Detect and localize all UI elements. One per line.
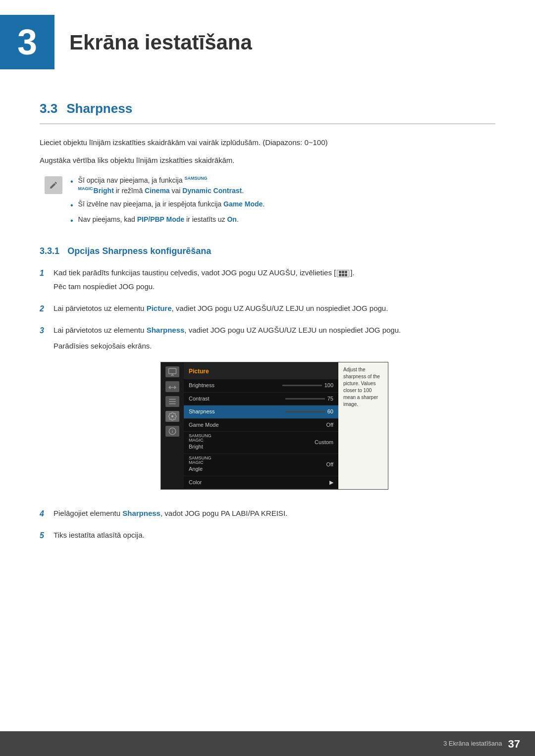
menu-row-contrast: Contrast 75 bbox=[184, 393, 338, 406]
menu-header-text: Picture bbox=[189, 368, 209, 375]
sharpness-label: Sharpness bbox=[147, 326, 185, 334]
color-value: ▶ bbox=[329, 478, 333, 487]
magicbright-value: Custom bbox=[315, 438, 333, 447]
note-item-3: • Nav pieejams, kad PIP/PBP Mode ir iest… bbox=[70, 214, 495, 227]
footer-text: 3 Ekrāna iestatīšana bbox=[443, 739, 502, 749]
subsection-number: 3.3.1 bbox=[40, 246, 59, 256]
chapter-number: 3 bbox=[0, 15, 54, 69]
menu-icon-4 bbox=[165, 411, 179, 422]
menu-row-magicangle: SAMSUNGMAGICAngle Off bbox=[184, 454, 338, 476]
subsection-title: Opcijas Sharpness konfigurēšana bbox=[67, 246, 211, 256]
note-text-2: Šī izvēlne nav pieejama, ja ir iespējota… bbox=[78, 199, 265, 209]
chapter-header: 3 Ekrāna iestatīšana bbox=[0, 0, 535, 84]
step-number-3: 3 bbox=[40, 325, 54, 337]
magicbright-label: SAMSUNGMAGICBright bbox=[189, 434, 212, 452]
intro-text-1: Lieciet objektu līnijām izskatīties skai… bbox=[40, 137, 495, 149]
bullet-1: • bbox=[70, 176, 73, 188]
step-content-3: Lai pārvietotos uz elementu Sharpness, v… bbox=[54, 324, 495, 500]
menu-icon-1 bbox=[165, 366, 179, 377]
gamemode-label: Game Mode bbox=[189, 421, 219, 430]
menu-row-brightness: Brightness 100 bbox=[184, 379, 338, 393]
step-number-1: 1 bbox=[40, 267, 54, 279]
sharpness-value: 60 bbox=[285, 407, 333, 416]
menu-icon-2 bbox=[165, 381, 179, 392]
contrast-bar bbox=[285, 398, 325, 400]
step-number-5: 5 bbox=[40, 530, 54, 542]
menu-icon-5 bbox=[165, 426, 179, 437]
step-2: 2 Lai pārvietotos uz elementu Picture, v… bbox=[40, 302, 495, 316]
brightness-label: Brightness bbox=[189, 381, 214, 390]
svg-rect-2 bbox=[169, 401, 176, 402]
svg-rect-0 bbox=[169, 368, 176, 374]
section-heading: 3.3 Sharpness bbox=[40, 99, 495, 124]
step-2-text: Lai pārvietotos uz elementu Picture, vad… bbox=[54, 302, 495, 314]
menu-row-gamemode: Game Mode Off bbox=[184, 419, 338, 432]
brightness-bar bbox=[282, 385, 322, 386]
sharpness-label-4: Sharpness bbox=[122, 509, 160, 517]
menu-row-magicbright: SAMSUNGMAGICBright Custom bbox=[184, 432, 338, 454]
sharpness-bar bbox=[285, 411, 325, 412]
color-label: Color bbox=[189, 478, 202, 487]
step-1-text2: Pēc tam nospiediet JOG pogu. bbox=[54, 281, 495, 293]
cinema-label: Cinema bbox=[145, 187, 170, 195]
contrast-value: 75 bbox=[285, 395, 333, 403]
step-content-2: Lai pārvietotos uz elementu Picture, vad… bbox=[54, 302, 495, 316]
step-4: 4 Pielāgojiet elementu Sharpness, vadot … bbox=[40, 507, 495, 521]
page-footer: 3 Ekrāna iestatīšana 37 bbox=[0, 731, 535, 756]
section-number: 3.3 bbox=[40, 99, 57, 118]
note-content: • Šī opcija nav pieejama, ja funkcija SA… bbox=[70, 175, 495, 230]
note-box: • Šī opcija nav pieejama, ja funkcija SA… bbox=[40, 175, 495, 230]
page-wrapper: 3 Ekrāna iestatīšana 3.3 Sharpness Lieci… bbox=[0, 0, 535, 756]
step-5: 5 Tiks iestatīta atlasītā opcija. bbox=[40, 529, 495, 543]
step-content-5: Tiks iestatīta atlasītā opcija. bbox=[54, 529, 495, 543]
step-5-text: Tiks iestatīta atlasītā opcija. bbox=[54, 529, 495, 541]
note-item-1: • Šī opcija nav pieejama, ja funkcija SA… bbox=[70, 175, 495, 196]
menu-main: Picture Brightness 100 Contrast bbox=[184, 362, 338, 489]
note-item-2: • Šī izvēlne nav pieejama, ja ir iespējo… bbox=[70, 199, 495, 211]
magicangle-label: SAMSUNGMAGICAngle bbox=[189, 456, 212, 474]
footer-page-number: 37 bbox=[508, 736, 520, 752]
grid-icon bbox=[337, 270, 349, 277]
note-text-3: Nav pieejams, kad PIP/PBP Mode ir iestat… bbox=[78, 214, 239, 225]
step-content-1: Kad tiek parādīts funkcijas taustiņu ceļ… bbox=[54, 267, 495, 295]
on-label: On bbox=[227, 215, 236, 223]
step-3: 3 Lai pārvietotos uz elementu Sharpness,… bbox=[40, 324, 495, 500]
step-number-4: 4 bbox=[40, 508, 54, 520]
menu-tooltip: Adjust the sharpness of the picture. Val… bbox=[338, 362, 388, 489]
brightness-value: 100 bbox=[282, 381, 333, 390]
chapter-title: Ekrāna iestatīšana bbox=[69, 27, 252, 58]
note-text-1: Šī opcija nav pieejama, ja funkcija SAMS… bbox=[78, 175, 244, 196]
step-1-text: Kad tiek parādīts funkcijas taustiņu ceļ… bbox=[54, 267, 495, 279]
step-4-text: Pielāgojiet elementu Sharpness, vadot JO… bbox=[54, 507, 495, 519]
info-icon bbox=[168, 427, 177, 436]
menu-row-color: Color ▶ bbox=[184, 476, 338, 490]
gear-icon bbox=[168, 412, 177, 421]
content-area: 3.3 Sharpness Lieciet objektu līnijām iz… bbox=[0, 89, 535, 591]
step-3-text: Lai pārvietotos uz elementu Sharpness, v… bbox=[54, 324, 495, 336]
grid-squares bbox=[339, 271, 347, 276]
pencil-icon bbox=[49, 181, 58, 190]
magic-bright-label: Bright bbox=[94, 187, 114, 195]
intro-text-2: Augstāka vērtība liks objektu līnijām iz… bbox=[40, 154, 495, 166]
arrows-icon bbox=[168, 382, 177, 391]
pip-pbp-label: PIP/PBP Mode bbox=[137, 215, 184, 223]
picture-label: Picture bbox=[147, 304, 172, 312]
sharpness-row-label: Sharpness bbox=[189, 407, 215, 416]
note-icon bbox=[45, 176, 62, 194]
subsection-heading: 3.3.1 Opcijas Sharpness konfigurēšana bbox=[40, 245, 495, 258]
lines-icon bbox=[168, 397, 177, 406]
step-1: 1 Kad tiek parādīts funkcijas taustiņu c… bbox=[40, 267, 495, 295]
menu-screenshot: Picture Brightness 100 Contrast bbox=[160, 362, 388, 490]
magicangle-value: Off bbox=[326, 460, 333, 469]
game-mode-label: Game Mode bbox=[223, 200, 263, 208]
svg-rect-1 bbox=[169, 399, 176, 400]
gamemode-value: Off bbox=[326, 421, 333, 430]
dynamic-contrast-label: Dynamic Contrast bbox=[182, 187, 242, 195]
menu-row-sharpness: Sharpness 60 bbox=[184, 405, 338, 419]
step-3-screen-text: Parādīsies sekojošais ekrāns. bbox=[54, 340, 495, 352]
display-icon bbox=[168, 367, 177, 376]
menu-header: Picture bbox=[184, 362, 338, 379]
bullet-2: • bbox=[70, 200, 73, 211]
bullet-3: • bbox=[70, 215, 73, 227]
contrast-label: Contrast bbox=[189, 395, 210, 403]
